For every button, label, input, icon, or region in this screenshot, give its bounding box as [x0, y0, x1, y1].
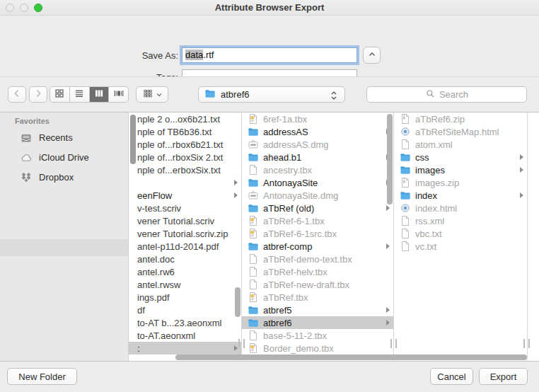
disclosure-arrow-icon [234, 192, 238, 198]
file-row[interactable]: nple of...rbox6b21.txt [129, 138, 241, 151]
horizontal-scrollbar-thumb[interactable] [175, 354, 527, 360]
folder-row[interactable]: addressAS [242, 125, 393, 138]
search-field[interactable]: Search [366, 86, 527, 103]
file-row[interactable]: aTbRef6.zip [394, 113, 527, 125]
browser-column-1: nple 2 o...ox6b21.txtnple of TB6b36.txtn… [129, 113, 241, 361]
save-dialog-window: Attribute Browser Export Save As: data.r… [0, 0, 539, 392]
back-button[interactable] [8, 86, 26, 103]
disclosure-arrow-icon [386, 320, 390, 325]
folder-row[interactable]: atbref6 [242, 316, 393, 329]
folder-row[interactable]: : [129, 342, 241, 354]
folder-row[interactable]: eenFlow [129, 189, 241, 202]
column-divider[interactable] [393, 113, 394, 361]
collapse-dialog-button[interactable] [363, 47, 381, 64]
file-row[interactable]: Border_demo.tbx [242, 342, 393, 354]
sidebar-item-icloud-drive[interactable]: iCloud Drive [0, 148, 127, 167]
folder-row[interactable]: AntonayaSite [242, 176, 393, 189]
search-placeholder: Search [439, 89, 468, 100]
file-row[interactable]: aTbRef.tbx [242, 291, 393, 304]
item-name: images [415, 165, 445, 175]
file-row[interactable]: rss.xml [394, 214, 527, 227]
item-name: aTbRef6.zip [415, 114, 465, 125]
file-row[interactable]: to-AT b...23.aeonxml [129, 316, 241, 329]
file-row[interactable]: nple of...rboxSix 2.txt [129, 151, 241, 163]
folder-row[interactable]: aTbRef (old) [242, 202, 393, 214]
save-as-input[interactable]: data.rtf [182, 47, 357, 63]
folder-row[interactable]: index [394, 189, 527, 202]
column-resize-handle[interactable] [238, 339, 245, 348]
file-row[interactable]: addressAS.dmg [242, 138, 393, 151]
file-row[interactable]: antel.rwsw [129, 278, 241, 291]
disclosure-arrow-icon [386, 243, 390, 249]
item-name: aTbRef-helv.tbx [263, 267, 328, 277]
item-name: vbc.txt [415, 229, 442, 239]
file-row[interactable]: nple of TB6b36.txt [129, 125, 241, 138]
file-row[interactable]: AntonayaSite.dmg [242, 189, 393, 202]
sidebar-item-dropbox[interactable]: Dropbox [0, 168, 127, 187]
doc-icon [248, 279, 259, 290]
export-button[interactable]: Export [479, 368, 528, 385]
list-view-icon [74, 88, 85, 102]
dialog-footer: New Folder Cancel Export [0, 361, 539, 392]
arrange-menu-button[interactable] [136, 86, 168, 103]
file-row[interactable]: vc.txt [394, 240, 527, 253]
column-view-button[interactable] [90, 87, 110, 102]
file-row[interactable]: atom.xml [394, 138, 527, 151]
item-name: df [137, 305, 145, 316]
file-row[interactable]: aTbRef-6-1.tbx [242, 214, 393, 227]
file-row[interactable]: vbc.txt [394, 227, 527, 240]
column1-scrollbar-thumb[interactable] [235, 287, 240, 317]
file-row[interactable]: vener Tutorial.scriv.zip [129, 227, 241, 240]
folder-row[interactable]: atbref-comp [242, 240, 393, 253]
column2-scrollbar-thumb[interactable] [387, 114, 393, 204]
file-row[interactable]: aTbRef-new-draft.tbx [242, 278, 393, 291]
file-row[interactable]: nple 2 o...ox6b21.txt [129, 113, 241, 125]
item-name: aTbRef-6-1src.tbx [263, 229, 337, 239]
file-row[interactable]: aTbRef-demo-text.tbx [242, 253, 393, 265]
folder-icon [248, 241, 259, 252]
file-row[interactable]: nple of...erboxSix.txt [129, 163, 241, 176]
doc-icon [248, 164, 259, 175]
sidebar-item-recents[interactable]: Recents [0, 128, 127, 147]
folder-row[interactable]: atbref5 [242, 304, 393, 316]
tbx-icon [248, 215, 259, 226]
item-name: atbref5 [263, 305, 291, 316]
item-name: vener Tutorial.scriv.zip [137, 229, 228, 239]
icon-view-button[interactable] [50, 87, 70, 102]
file-row[interactable]: aTbRef-helv.tbx [242, 265, 393, 278]
file-row[interactable]: antel.doc [129, 253, 241, 265]
file-row[interactable]: antel.rw6 [129, 265, 241, 278]
file-row[interactable]: base-5-11-2.tbx [242, 329, 393, 342]
folder-icon [248, 151, 259, 163]
file-row[interactable]: ings.pdf [129, 291, 241, 304]
folder-row[interactable] [129, 176, 241, 189]
file-row[interactable]: df [129, 304, 241, 316]
file-row[interactable]: aTbRefSiteMap.html [394, 125, 527, 138]
folder-row[interactable]: ahead.b1 [242, 151, 393, 163]
sidebar-item-label: iCloud Drive [39, 152, 89, 163]
column-divider[interactable] [527, 113, 528, 361]
item-name: aTbRefSiteMap.html [415, 127, 499, 137]
list-view-button[interactable] [70, 87, 90, 102]
file-row[interactable]: v-test.scriv [129, 202, 241, 214]
new-folder-button[interactable]: New Folder [7, 368, 77, 385]
file-row[interactable]: ancestry.tbx [242, 163, 393, 176]
file-row[interactable]: images.zip [394, 176, 527, 189]
file-row[interactable]: to-AT.aeonxml [129, 329, 241, 342]
column-divider[interactable] [241, 113, 242, 361]
folder-row[interactable]: css [394, 151, 527, 163]
dmg-icon [248, 190, 259, 201]
file-row[interactable]: 6ref-1a.tbx [242, 113, 393, 125]
file-row[interactable]: aTbRef-6-1src.tbx [242, 227, 393, 240]
file-row[interactable]: antel-p11d-2014.pdf [129, 240, 241, 253]
sidebar-scrollbar-thumb[interactable] [130, 115, 136, 164]
column-resize-handle[interactable] [390, 339, 397, 348]
forward-button[interactable] [29, 86, 47, 103]
file-row[interactable]: vener Tutorial.scriv [129, 214, 241, 227]
folder-row[interactable]: images [394, 163, 527, 176]
coverflow-view-button[interactable] [109, 87, 128, 102]
location-dropdown[interactable]: atbref6 [198, 86, 345, 103]
file-row[interactable]: index.html [394, 202, 527, 214]
cancel-button[interactable]: Cancel [430, 368, 473, 385]
column-resize-handle[interactable] [523, 339, 530, 348]
